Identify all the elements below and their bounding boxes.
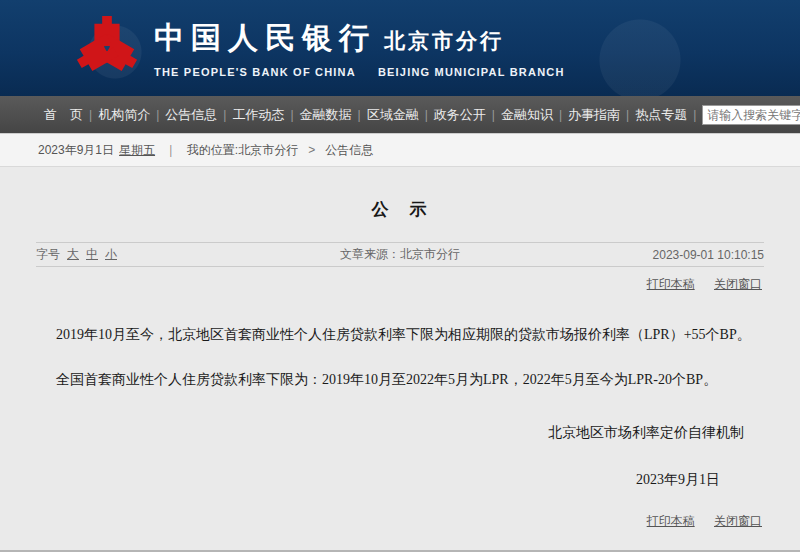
search-area: 搜索 高级搜索	[702, 104, 800, 125]
article-actions-bottom: 打印本稿 关闭窗口	[0, 513, 800, 530]
font-size-controls: 字号 大 中 小	[36, 246, 340, 263]
nav-separator: |	[156, 108, 159, 122]
nav-separator: |	[425, 108, 428, 122]
font-size-large-link[interactable]: 大	[67, 246, 79, 263]
article-paragraph: 全国首套商业性个人住房贷款利率下限为：2019年10月至2022年5月为LPR，…	[0, 371, 800, 389]
article-meta-row: 字号 大 中 小 文章来源：北京市分行 2023-09-01 10:10:15	[36, 242, 764, 267]
nav-item-announcements[interactable]: 公告信息	[165, 106, 217, 124]
breadcrumb-section-link[interactable]: 公告信息	[325, 142, 373, 159]
nav-separator: |	[358, 108, 361, 122]
pboc-logo-icon	[76, 14, 138, 82]
font-size-medium-link[interactable]: 中	[86, 246, 98, 263]
nav-item-home[interactable]: 首 页	[44, 106, 83, 124]
header-titles: 中国人民银行 北京市分行 THE PEOPLE'S BANK OF CHINA …	[154, 18, 565, 78]
article-content: 公 示 字号 大 中 小 文章来源：北京市分行 2023-09-01 10:10…	[0, 167, 800, 552]
nav-separator: |	[559, 108, 562, 122]
nav-separator: |	[89, 108, 92, 122]
nav-item-financial-knowledge[interactable]: 金融知识	[501, 106, 553, 124]
main-nav: 首 页 | 机构简介 | 公告信息 | 工作动态 | 金融数据 | 区域金融 |…	[0, 96, 800, 133]
nav-separator: |	[626, 108, 629, 122]
nav-item-financial-data[interactable]: 金融数据	[300, 106, 352, 124]
article-signature: 北京地区市场利率定价自律机制	[0, 424, 800, 442]
bank-name-en: THE PEOPLE'S BANK OF CHINA	[154, 66, 356, 78]
nav-separator: |	[223, 108, 226, 122]
search-input[interactable]	[702, 105, 800, 125]
font-size-small-link[interactable]: 小	[105, 246, 117, 263]
branch-name-cn: 北京市分行	[384, 27, 504, 55]
site-header: 中国人民银行 北京市分行 THE PEOPLE'S BANK OF CHINA …	[0, 0, 800, 96]
article-datetime: 2023-09-01 10:10:15	[460, 248, 764, 262]
nav-item-hot-topics[interactable]: 热点专题	[635, 106, 687, 124]
breadcrumb: 2023年9月1日 星期五 ｜ 我的位置: 北京市分行 > 公告信息	[0, 133, 800, 167]
nav-item-about[interactable]: 机构简介	[98, 106, 150, 124]
article-source: 文章来源：北京市分行	[340, 246, 460, 263]
close-window-link[interactable]: 关闭窗口	[714, 514, 762, 528]
nav-item-gov-disclosure[interactable]: 政务公开	[434, 106, 486, 124]
breadcrumb-site-link[interactable]: 北京市分行	[238, 142, 298, 159]
current-date: 2023年9月1日	[38, 142, 114, 159]
print-link[interactable]: 打印本稿	[647, 514, 695, 528]
nav-item-work-news[interactable]: 工作动态	[232, 106, 284, 124]
breadcrumb-chevron: >	[308, 143, 315, 157]
nav-separator: |	[693, 108, 696, 122]
location-label: 我的位置:	[187, 142, 238, 159]
article-actions-top: 打印本稿 关闭窗口	[0, 276, 800, 293]
weekday-link[interactable]: 星期五	[119, 142, 155, 159]
page-title: 公 示	[0, 167, 800, 221]
nav-separator: |	[290, 108, 293, 122]
source-label: 文章来源：	[340, 247, 400, 261]
font-size-label: 字号	[36, 246, 60, 263]
branch-name-en: BEIJING MUNICIPAL BRANCH	[378, 66, 565, 78]
print-link[interactable]: 打印本稿	[647, 277, 695, 291]
bank-name-cn: 中国人民银行	[154, 18, 376, 59]
article-paragraph: 2019年10月至今，北京地区首套商业性个人住房贷款利率下限为相应期限的贷款市场…	[0, 326, 800, 344]
breadcrumb-separator: ｜	[165, 142, 177, 159]
source-value: 北京市分行	[400, 247, 460, 261]
nav-separator: |	[492, 108, 495, 122]
article-sign-date: 2023年9月1日	[0, 471, 800, 489]
nav-item-service-guide[interactable]: 办事指南	[568, 106, 620, 124]
close-window-link[interactable]: 关闭窗口	[714, 277, 762, 291]
nav-item-regional-finance[interactable]: 区域金融	[367, 106, 419, 124]
